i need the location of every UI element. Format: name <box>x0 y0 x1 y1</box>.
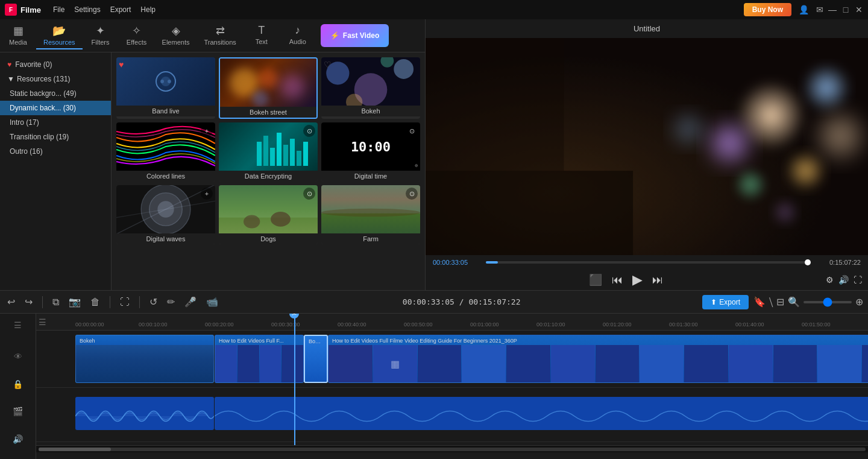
zoom-out-button[interactable]: 🔍 <box>788 296 800 308</box>
svg-rect-19 <box>297 151 301 166</box>
fast-video-button[interactable]: ⚡ Fast Video <box>321 24 389 47</box>
prev-frame-button[interactable]: ⏮ <box>612 274 623 286</box>
hamburger-icon[interactable]: ☰ <box>0 314 36 337</box>
scrollbar-thumb[interactable] <box>39 448 111 451</box>
mic-button[interactable]: 🎤 <box>182 295 199 309</box>
sidebar-item-static[interactable]: Static backgro... (49) <box>0 86 111 101</box>
menu-file[interactable]: File <box>53 5 64 14</box>
eye-icon[interactable]: 👁 <box>0 345 36 368</box>
pen-button[interactable]: ✏ <box>165 295 177 309</box>
fullscreen-icon[interactable]: ⛶ <box>854 275 862 285</box>
resource-grid: ♥ Band live Bokeh street <box>112 52 425 290</box>
data-enc-add[interactable]: ⊙ <box>303 125 315 137</box>
menu-export[interactable]: Export <box>110 5 131 14</box>
tab-media[interactable]: ▦ Media <box>0 22 36 49</box>
sidebar-item-outro[interactable]: Outro (16) <box>0 144 111 159</box>
bokeh-heart[interactable]: ♡ <box>324 60 332 69</box>
tab-elements[interactable]: ◈ Elements <box>155 22 197 49</box>
resource-card-digital-waves[interactable]: + Digital waves <box>116 185 215 244</box>
svg-point-28 <box>244 215 260 229</box>
stop-button[interactable]: ⬛ <box>589 273 602 286</box>
scrubber-track[interactable] <box>486 261 808 264</box>
colored-lines-label: Colored lines <box>116 171 215 182</box>
resource-card-bokeh[interactable]: ♡ Bokeh <box>321 57 420 119</box>
video-track-icon[interactable]: 🎬 <box>0 400 36 423</box>
tab-media-label: Media <box>9 39 27 46</box>
timeline-right-tools: 🔖 ⧹ ⊟ 🔍 ⊕ <box>753 296 863 308</box>
ruler-hamburger[interactable]: ☰ <box>39 317 46 327</box>
zoom-slider[interactable] <box>804 301 852 303</box>
export-button[interactable]: ⬆ Export <box>702 295 749 309</box>
split-button[interactable]: ⧹ <box>769 297 773 308</box>
bookmark-button[interactable]: 🔖 <box>753 296 766 308</box>
clip-bokeh[interactable]: Bokeh <box>75 335 214 383</box>
farm-add[interactable]: ⊙ <box>406 188 418 200</box>
svg-point-5 <box>259 69 278 88</box>
dogs-add[interactable]: ⊙ <box>303 188 315 200</box>
tab-text-label: Text <box>256 38 268 45</box>
svg-point-32 <box>321 209 420 217</box>
settings-icon[interactable]: ⚙ <box>826 275 834 285</box>
tab-transitions[interactable]: ⇄ Transitions <box>197 22 243 49</box>
caption-button[interactable]: ⊟ <box>776 296 784 308</box>
menu-help[interactable]: Help <box>140 5 156 14</box>
mail-icon[interactable]: ✉ <box>816 5 823 14</box>
crop-button[interactable]: ⛶ <box>118 296 132 309</box>
timeline-main[interactable]: ☰ 00:00:00:00 00:00:10:00 00:00:20:00 00… <box>36 314 868 459</box>
svg-point-37 <box>702 115 758 171</box>
sidebar-static-label: Static backgro... (49) <box>10 89 77 98</box>
audio-clip-main[interactable] <box>215 397 868 430</box>
timeline-time-display: 00:00:33:05 / 00:15:07:22 <box>225 297 697 306</box>
svg-point-40 <box>733 167 767 201</box>
band-live-heart[interactable]: ♥ <box>119 60 124 69</box>
tab-filters[interactable]: ✦ Filters <box>83 22 119 49</box>
resource-card-dogs[interactable]: ⊙ Dogs <box>219 185 318 244</box>
resource-card-bokeh-street[interactable]: Bokeh street <box>219 57 318 119</box>
next-frame-button[interactable]: ⏭ <box>652 274 663 286</box>
resource-card-farm[interactable]: ⊙ Farm <box>321 185 420 244</box>
minimize-button[interactable]: — <box>828 5 837 14</box>
close-button[interactable]: ✕ <box>855 5 863 14</box>
resource-card-data-encrypting[interactable]: ⊙ Data Encrypting <box>219 122 318 182</box>
clip-main[interactable]: How to Edit Videos Full Filme Video Edit… <box>328 335 868 383</box>
digital-waves-add[interactable]: + <box>201 188 213 200</box>
camera-button[interactable]: 📹 <box>204 295 221 309</box>
colored-lines-add[interactable]: + <box>201 125 213 137</box>
account-icon[interactable]: 👤 <box>799 5 809 14</box>
volume-icon[interactable]: 🔊 <box>838 275 849 285</box>
lock-icon[interactable]: 🔒 <box>0 373 36 396</box>
buy-now-button[interactable]: Buy Now <box>744 3 791 16</box>
tab-audio[interactable]: ♪ Audio <box>280 22 316 49</box>
clip-bokeh-s[interactable]: Bokeh s... <box>304 335 328 383</box>
tab-text[interactable]: T Text <box>244 22 280 49</box>
tab-effects[interactable]: ✧ Effects <box>119 22 155 49</box>
playhead[interactable]: ✂ <box>294 314 295 445</box>
tab-resources[interactable]: 📂 Resources <box>36 22 83 49</box>
sidebar-favorite[interactable]: ♥ Favorite (0) <box>0 57 111 72</box>
redo-button[interactable]: ↪ <box>22 295 35 309</box>
snapshot-button[interactable]: 📷 <box>66 295 83 309</box>
clip-edit-1[interactable]: How to Edit Videos Full F... <box>215 335 304 383</box>
audio-clip-bokeh[interactable] <box>75 397 214 430</box>
menu-settings[interactable]: Settings <box>74 5 100 14</box>
audio-track-icon[interactable]: 🔊 <box>0 428 36 451</box>
resource-card-digital-time[interactable]: 10:00 ⊙ ⊙ Digital time <box>321 122 420 182</box>
zoom-in-button[interactable]: ⊕ <box>855 296 863 308</box>
sidebar-item-transition[interactable]: Transition clip (19) <box>0 130 111 144</box>
sidebar-item-intro[interactable]: Intro (17) <box>0 115 111 130</box>
maximize-button[interactable]: □ <box>841 5 850 14</box>
sidebar-item-dynamic[interactable]: Dynamic back... (30) <box>0 101 111 115</box>
tab-resources-label: Resources <box>43 39 75 46</box>
undo-button[interactable]: ↩ <box>5 295 17 309</box>
play-button[interactable]: ▶ <box>632 272 643 288</box>
resource-card-colored-lines[interactable]: + Colored lines <box>116 122 215 182</box>
rotate-button[interactable]: ↺ <box>147 295 160 309</box>
digital-time-add[interactable]: ⊙ <box>406 125 418 137</box>
resource-card-band-live[interactable]: ♥ Band live <box>116 57 215 119</box>
copy-button[interactable]: ⧉ <box>50 296 61 309</box>
delete-button[interactable]: 🗑 <box>88 296 102 309</box>
bokeh-street-thumb <box>220 59 316 107</box>
sidebar-resources-parent[interactable]: ▼ Resources (131) <box>0 72 111 86</box>
scrollbar-track[interactable] <box>39 448 866 451</box>
logo-icon: F <box>5 4 17 16</box>
